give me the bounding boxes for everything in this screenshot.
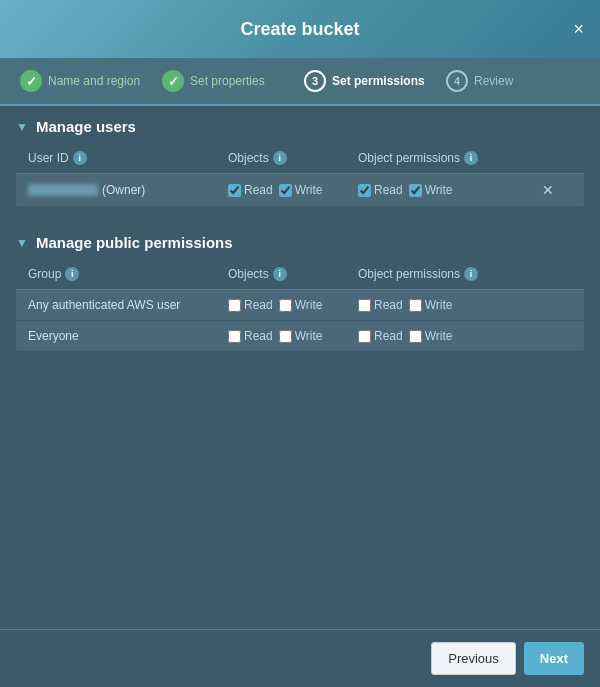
close-button[interactable]: × xyxy=(573,20,584,38)
manage-users-header[interactable]: ▼ Manage users xyxy=(0,106,600,143)
everyone-objects-write-label[interactable]: Write xyxy=(279,329,323,343)
next-button[interactable]: Next xyxy=(524,642,584,675)
aws-user-objperm-read-label[interactable]: Read xyxy=(358,298,403,312)
step-1-label: Name and region xyxy=(48,74,140,88)
manage-users-table: User ID i Objects i Object permissions i xyxy=(16,143,584,206)
everyone-objperm-cell: Read Write xyxy=(358,329,572,343)
table-row: (Owner) Read Write xyxy=(16,174,584,206)
owner-objperm-write-label[interactable]: Write xyxy=(409,183,453,197)
objects-col-header: Objects i xyxy=(228,151,358,165)
owner-actions-cell: ✕ xyxy=(542,182,572,198)
modal-header: Create bucket × xyxy=(0,0,600,58)
aws-user-objects-write-label[interactable]: Write xyxy=(279,298,323,312)
owner-objperm-checkboxes: Read Write xyxy=(358,183,542,197)
step-4: 4 Review xyxy=(446,70,580,92)
pub-objects-info-icon[interactable]: i xyxy=(273,267,287,281)
steps-bar: ✓ Name and region ✓ Set properties 3 Set… xyxy=(0,58,600,106)
everyone-objects-checkboxes: Read Write xyxy=(228,329,358,343)
previous-button[interactable]: Previous xyxy=(431,642,516,675)
everyone-objperm-write-checkbox[interactable] xyxy=(409,330,422,343)
everyone-objperm-read-label[interactable]: Read xyxy=(358,329,403,343)
everyone-objperm-read-checkbox[interactable] xyxy=(358,330,371,343)
step-1: ✓ Name and region xyxy=(20,70,154,92)
everyone-objects-write-checkbox[interactable] xyxy=(279,330,292,343)
step-4-label: Review xyxy=(474,74,513,88)
modal-title: Create bucket xyxy=(240,19,359,40)
owner-objects-cell: Read Write xyxy=(228,183,358,197)
aws-user-objects-read-label[interactable]: Read xyxy=(228,298,273,312)
owner-objects-checkboxes: Read Write xyxy=(228,183,358,197)
owner-objperm-read-label[interactable]: Read xyxy=(358,183,403,197)
step-3-circle: 3 xyxy=(304,70,326,92)
aws-user-group-cell: Any authenticated AWS user xyxy=(28,298,228,312)
owner-delete-icon[interactable]: ✕ xyxy=(542,182,554,198)
everyone-objperm-write-label[interactable]: Write xyxy=(409,329,453,343)
objperm-info-icon[interactable]: i xyxy=(464,151,478,165)
pub-objperm-col-header: Object permissions i xyxy=(358,267,572,281)
manage-public-header[interactable]: ▼ Manage public permissions xyxy=(0,222,600,259)
table-row: Any authenticated AWS user Read Wr xyxy=(16,290,584,321)
owner-objperm-cell: Read Write xyxy=(358,183,542,197)
owner-objects-read-checkbox[interactable] xyxy=(228,184,241,197)
everyone-group-label: Everyone xyxy=(28,329,79,343)
aws-user-objperm-write-label[interactable]: Write xyxy=(409,298,453,312)
manage-public-table-header: Group i Objects i Object permissions i xyxy=(16,259,584,290)
everyone-group-cell: Everyone xyxy=(28,329,228,343)
aws-user-objects-cell: Read Write xyxy=(228,298,358,312)
userid-col-header: User ID i xyxy=(28,151,228,165)
manage-public-title: Manage public permissions xyxy=(36,234,233,251)
pub-objperm-info-icon[interactable]: i xyxy=(464,267,478,281)
step-2: ✓ Set properties xyxy=(162,70,296,92)
owner-objects-write-label[interactable]: Write xyxy=(279,183,323,197)
step-2-circle: ✓ xyxy=(162,70,184,92)
owner-objects-write-checkbox[interactable] xyxy=(279,184,292,197)
step-2-label: Set properties xyxy=(190,74,265,88)
user-id-blurred xyxy=(28,184,98,196)
owner-objects-read-label[interactable]: Read xyxy=(228,183,273,197)
aws-user-objects-checkboxes: Read Write xyxy=(228,298,358,312)
step-3: 3 Set permissions xyxy=(304,70,438,92)
aws-user-objperm-read-checkbox[interactable] xyxy=(358,299,371,312)
step-3-label: Set permissions xyxy=(332,74,425,88)
everyone-objperm-checkboxes: Read Write xyxy=(358,329,572,343)
group-info-icon[interactable]: i xyxy=(65,267,79,281)
aws-user-objects-read-checkbox[interactable] xyxy=(228,299,241,312)
main-content: ▼ Manage users User ID i Objects i xyxy=(0,106,600,375)
owner-objperm-read-checkbox[interactable] xyxy=(358,184,371,197)
create-bucket-modal: Create bucket × ✓ Name and region ✓ Set … xyxy=(0,0,600,687)
aws-user-group-label: Any authenticated AWS user xyxy=(28,298,180,312)
userid-info-icon[interactable]: i xyxy=(73,151,87,165)
manage-users-table-header: User ID i Objects i Object permissions i xyxy=(16,143,584,174)
manage-public-arrow: ▼ xyxy=(16,236,28,250)
manage-users-section: ▼ Manage users User ID i Objects i xyxy=(0,106,600,206)
pub-objects-col-header: Objects i xyxy=(228,267,358,281)
objects-info-icon[interactable]: i xyxy=(273,151,287,165)
user-id-owner-label: (Owner) xyxy=(102,183,145,197)
table-row: Everyone Read Write xyxy=(16,321,584,351)
manage-public-table: Group i Objects i Object permissions i xyxy=(16,259,584,351)
aws-user-objperm-cell: Read Write xyxy=(358,298,572,312)
owner-objperm-write-checkbox[interactable] xyxy=(409,184,422,197)
everyone-objects-read-checkbox[interactable] xyxy=(228,330,241,343)
manage-users-arrow: ▼ xyxy=(16,120,28,134)
aws-user-objects-write-checkbox[interactable] xyxy=(279,299,292,312)
aws-user-objperm-write-checkbox[interactable] xyxy=(409,299,422,312)
step-4-circle: 4 xyxy=(446,70,468,92)
manage-public-section: ▼ Manage public permissions Group i Obje… xyxy=(0,222,600,351)
objperm-col-header: Object permissions i xyxy=(358,151,542,165)
group-col-header: Group i xyxy=(28,267,228,281)
everyone-objects-cell: Read Write xyxy=(228,329,358,343)
modal-content: ▼ Manage users User ID i Objects i xyxy=(0,106,600,629)
modal-footer: Previous Next xyxy=(0,629,600,687)
user-id-cell: (Owner) xyxy=(28,183,228,197)
manage-users-title: Manage users xyxy=(36,118,136,135)
step-1-circle: ✓ xyxy=(20,70,42,92)
everyone-objects-read-label[interactable]: Read xyxy=(228,329,273,343)
aws-user-objperm-checkboxes: Read Write xyxy=(358,298,572,312)
